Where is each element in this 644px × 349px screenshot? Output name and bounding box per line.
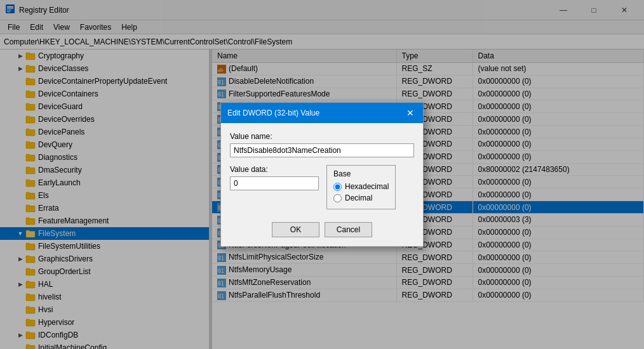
modal-title: Edit DWORD (32-bit) Value [227, 109, 319, 117]
decimal-label: Decimal [345, 194, 372, 202]
radio-hexadecimal[interactable]: Hexadecimal [333, 182, 389, 191]
cancel-button[interactable]: Cancel [325, 222, 372, 237]
modal-footer: OK Cancel [221, 216, 423, 246]
value-data-label: Value data: [230, 165, 319, 174]
decimal-radio[interactable] [333, 194, 342, 202]
modal-body: Value name: Value data: Base Hexadecimal… [221, 123, 423, 216]
edit-dword-modal: Edit DWORD (32-bit) Value ✕ Value name: … [220, 102, 424, 247]
modal-row: Value data: Base Hexadecimal Decimal [230, 165, 414, 209]
value-name-label: Value name: [230, 132, 414, 141]
modal-overlay: Edit DWORD (32-bit) Value ✕ Value name: … [0, 0, 644, 349]
base-group: Base Hexadecimal Decimal [326, 165, 396, 209]
ok-button[interactable]: OK [272, 222, 319, 237]
value-data-input[interactable] [230, 176, 319, 190]
modal-close-button[interactable]: ✕ [404, 107, 417, 119]
value-name-input[interactable] [230, 143, 414, 157]
base-group-title: Base [333, 169, 389, 178]
modal-title-bar: Edit DWORD (32-bit) Value ✕ [221, 103, 423, 123]
hexadecimal-label: Hexadecimal [345, 182, 389, 191]
value-data-section: Value data: [230, 165, 319, 190]
radio-decimal[interactable]: Decimal [333, 194, 389, 202]
hexadecimal-radio[interactable] [333, 183, 342, 191]
